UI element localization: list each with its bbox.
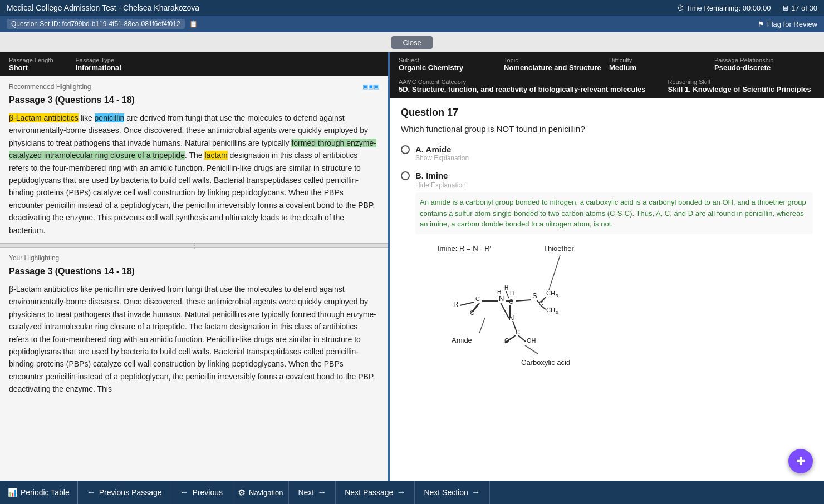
passage-title-recommended: Passage 3 (Questions 14 - 18) xyxy=(9,95,379,105)
previous-passage-button[interactable]: ← Previous Passage xyxy=(78,481,171,504)
svg-line-0 xyxy=(549,255,560,290)
svg-text:OH: OH xyxy=(527,337,536,344)
subheader-bar: Question Set ID: fcd799bd-b119-4f51-88ea… xyxy=(0,16,824,32)
svg-text:H: H xyxy=(510,290,514,297)
svg-line-36 xyxy=(506,291,509,298)
right-arrow-icon: → xyxy=(317,487,326,497)
reasoning-skill-meta: Reasoning Skill Skill 1. Knowledge of Sc… xyxy=(668,78,811,93)
svg-line-27 xyxy=(513,321,517,332)
previous-button[interactable]: ← Previous xyxy=(171,481,232,504)
svg-line-14 xyxy=(516,300,531,301)
svg-line-34 xyxy=(525,345,538,354)
answer-radio-a[interactable] xyxy=(401,145,410,154)
periodic-table-icon: 📊 xyxy=(8,488,17,497)
highlight-penicillin: penicillin xyxy=(95,113,125,122)
section-divider: ⋮ xyxy=(0,243,388,248)
svg-text:S: S xyxy=(532,291,537,300)
periodic-table-button[interactable]: 📊 Periodic Table xyxy=(0,481,78,504)
answer-radio-b[interactable] xyxy=(401,171,410,180)
next-section-button[interactable]: Next Section → xyxy=(415,481,489,504)
topic-meta: Topic Nomenclature and Structure xyxy=(504,57,605,72)
passage-relationship-meta: Passage Relationship Pseudo-discrete xyxy=(714,57,815,72)
app-header: Medical College Admission Test - Chelsea… xyxy=(0,0,824,16)
highlight-beta-lactam: β-Lactam antibiotics xyxy=(9,113,79,122)
subject-meta: Subject Organic Chemistry xyxy=(399,57,499,72)
svg-line-33 xyxy=(479,318,485,333)
amide-structure-label: Amide xyxy=(452,336,472,344)
next-button[interactable]: Next → xyxy=(289,481,336,504)
plus-icon: ✚ xyxy=(796,454,806,468)
chemical-structure-diagram: Imine: R = N - R' Thioether N H C xyxy=(415,240,813,386)
hide-explanation-b[interactable]: Hide Explanation xyxy=(415,181,813,189)
svg-text:H: H xyxy=(497,289,501,295)
svg-text:CH: CH xyxy=(546,307,555,313)
recommended-highlighting-section: Recommended Highlighting ▣▣▣ Passage 3 (… xyxy=(0,76,388,243)
thioether-label: Thioether xyxy=(543,244,575,253)
svg-line-32 xyxy=(518,335,526,342)
your-passage-title: Passage 3 (Questions 14 - 18) xyxy=(9,266,379,276)
passage-length-meta: Passage Length Short xyxy=(9,57,53,72)
answer-option-b: B. Imine Hide Explanation An amide is a … xyxy=(401,171,813,386)
highlight-lactam: lactam xyxy=(204,151,227,160)
floating-action-button[interactable]: ✚ xyxy=(788,449,813,473)
your-highlighting-label: Your Highlighting xyxy=(9,254,379,262)
answer-label-b[interactable]: B. Imine xyxy=(415,171,448,180)
left-panel: Passage Length Short Passage Type Inform… xyxy=(0,52,390,481)
flag-review-button[interactable]: ⚑ Flag for Review xyxy=(758,20,817,28)
navigation-label: ⚙ Navigation xyxy=(232,481,289,504)
right-arrow-passage-icon: → xyxy=(396,487,405,497)
question-content: Question 17 Which functional group is NO… xyxy=(390,98,824,481)
passage-meta: Passage Length Short Passage Type Inform… xyxy=(0,52,388,76)
bottom-navigation: 📊 Periodic Table ← Previous Passage ← Pr… xyxy=(0,481,824,504)
svg-text:N: N xyxy=(499,294,504,303)
highlight-formed: formed through enzyme-catalyzed intramol… xyxy=(9,139,376,160)
passage-type-meta: Passage Type Informational xyxy=(76,57,121,72)
main-content: Passage Length Short Passage Type Inform… xyxy=(0,52,824,481)
close-bar: Close xyxy=(0,32,824,52)
question-number: Question 17 xyxy=(401,107,813,118)
aamc-category-meta: AAMC Content Category 5D. Structure, fun… xyxy=(399,78,646,93)
gear-icon: ⚙ xyxy=(238,487,246,498)
next-passage-button[interactable]: Next Passage → xyxy=(336,481,415,504)
left-arrow-small-icon: ← xyxy=(180,487,189,497)
aamc-row: AAMC Content Category 5D. Structure, fun… xyxy=(390,76,824,98)
svg-line-6 xyxy=(460,302,474,305)
question-meta-bar: Subject Organic Chemistry Topic Nomencla… xyxy=(390,52,824,76)
explanation-text-b: An amide is a carbonyl group bonded to n… xyxy=(415,192,813,234)
difficulty-meta: Difficulty Medium xyxy=(609,57,710,72)
question-set-id: Question Set ID: fcd799bd-b119-4f51-88ea… xyxy=(7,19,185,29)
question-progress: 🖥 17 of 30 xyxy=(782,4,817,12)
time-remaining-label: ⏱ Time Remaining: 00:00:00 xyxy=(677,4,771,12)
svg-text:H: H xyxy=(504,285,508,291)
question-text: Which functional group is NOT found in p… xyxy=(401,124,813,134)
carboxylic-acid-label: Carboxylic acid xyxy=(521,358,570,367)
close-button[interactable]: Close xyxy=(391,36,432,49)
svg-line-25 xyxy=(501,303,509,318)
svg-text:CH: CH xyxy=(546,290,555,297)
svg-text:3: 3 xyxy=(556,310,558,315)
left-arrow-icon: ← xyxy=(87,487,96,497)
your-highlighting-section: Your Highlighting Passage 3 (Questions 1… xyxy=(0,248,388,481)
app-title: Medical College Admission Test - Chelsea… xyxy=(7,3,199,12)
svg-line-8 xyxy=(473,303,479,312)
right-arrow-section-icon: → xyxy=(472,487,480,497)
recommended-highlighting-label: Recommended Highlighting ▣▣▣ xyxy=(9,83,379,91)
answer-option-a: A. Amide Show Explanation xyxy=(401,145,813,162)
answer-label-a[interactable]: A. Amide xyxy=(415,145,451,154)
svg-text:C: C xyxy=(475,295,480,302)
imine-label: Imine: R = N - R' xyxy=(438,244,491,253)
show-explanation-a[interactable]: Show Explanation xyxy=(415,154,813,162)
passage-text-recommended: β-Lactam antibiotics like penicillin are… xyxy=(9,112,379,236)
copy-icon[interactable]: 📋 xyxy=(189,20,198,28)
your-passage-text: β-Lactam antibiotics like penicillin are… xyxy=(9,283,379,396)
svg-text:3: 3 xyxy=(556,293,558,298)
right-panel: Subject Organic Chemistry Topic Nomencla… xyxy=(390,52,824,481)
svg-text:R: R xyxy=(453,300,458,308)
